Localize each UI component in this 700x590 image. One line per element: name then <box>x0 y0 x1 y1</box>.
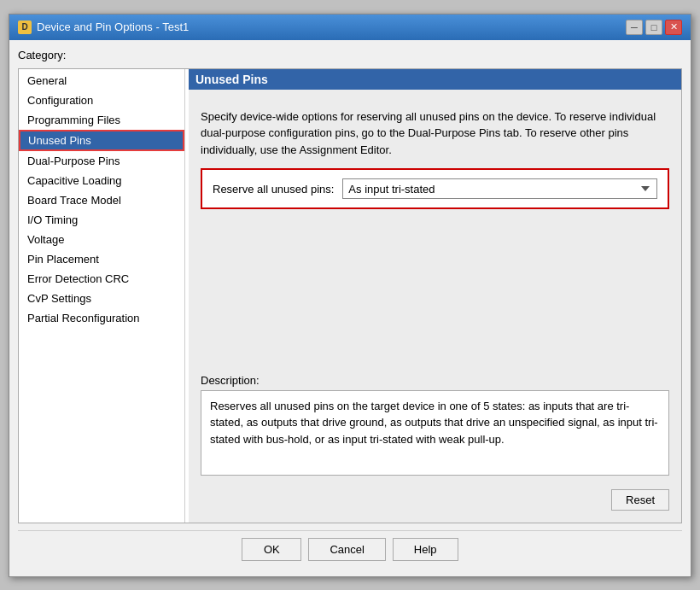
cancel-button[interactable]: Cancel <box>308 538 385 561</box>
description-section: Description: Reserves all unused pins on… <box>201 374 669 476</box>
description-section-label: Description: <box>201 374 669 387</box>
sidebar-item-configuration[interactable]: Configuration <box>19 91 184 110</box>
window-content: Category: GeneralConfigurationProgrammin… <box>9 40 691 576</box>
sidebar-item-pin-placement[interactable]: Pin Placement <box>19 249 184 269</box>
category-label: Category: <box>18 49 682 61</box>
sidebar-item-cvp-settings[interactable]: CvP Settings <box>19 289 184 308</box>
content-panel: Unused Pins Specify device-wide options … <box>189 69 681 523</box>
sidebar-item-voltage[interactable]: Voltage <box>19 230 184 249</box>
window-icon: D <box>18 20 32 34</box>
sidebar-item-error-detection-crc[interactable]: Error Detection CRC <box>19 269 184 289</box>
panel-title: Unused Pins <box>189 69 681 90</box>
sidebar-item-capacitive-loading[interactable]: Capacitive Loading <box>19 171 184 190</box>
ok-button[interactable]: OK <box>242 538 301 561</box>
reserve-box: Reserve all unused pins: As input tri-st… <box>201 168 669 209</box>
main-window: D Device and Pin Options - Test1 ─ □ ✕ C… <box>9 14 691 577</box>
panel-description: Specify device-wide options for reservin… <box>201 108 669 159</box>
window-title: Device and Pin Options - Test1 <box>37 20 189 33</box>
minimize-button[interactable]: ─ <box>626 20 643 35</box>
close-button[interactable]: ✕ <box>665 20 682 35</box>
window-controls: ─ □ ✕ <box>626 20 682 35</box>
description-box: Reserves all unused pins on the target d… <box>201 390 669 476</box>
spacer <box>201 219 669 364</box>
main-area: GeneralConfigurationProgramming FilesUnu… <box>18 68 682 523</box>
reset-row: Reset <box>201 486 669 512</box>
sidebar-item-general[interactable]: General <box>19 71 184 91</box>
reset-button[interactable]: Reset <box>611 489 669 511</box>
sidebar-item-dual-purpose-pins[interactable]: Dual-Purpose Pins <box>19 151 184 171</box>
help-button[interactable]: Help <box>393 538 458 561</box>
maximize-button[interactable]: □ <box>645 20 662 35</box>
sidebar-item-programming-files[interactable]: Programming Files <box>19 110 184 130</box>
sidebar-item-board-trace-model[interactable]: Board Trace Model <box>19 190 184 210</box>
category-sidebar: GeneralConfigurationProgramming FilesUnu… <box>19 69 185 523</box>
reserve-label: Reserve all unused pins: <box>213 183 334 196</box>
reserve-select[interactable]: As input tri-statedAs output driving gro… <box>342 178 657 199</box>
sidebar-item-io-timing[interactable]: I/O Timing <box>19 210 184 230</box>
footer: OK Cancel Help <box>18 530 682 568</box>
title-bar: D Device and Pin Options - Test1 ─ □ ✕ <box>9 15 691 40</box>
sidebar-item-unused-pins[interactable]: Unused Pins <box>19 130 184 151</box>
sidebar-item-partial-reconfiguration[interactable]: Partial Reconfiguration <box>19 308 184 328</box>
